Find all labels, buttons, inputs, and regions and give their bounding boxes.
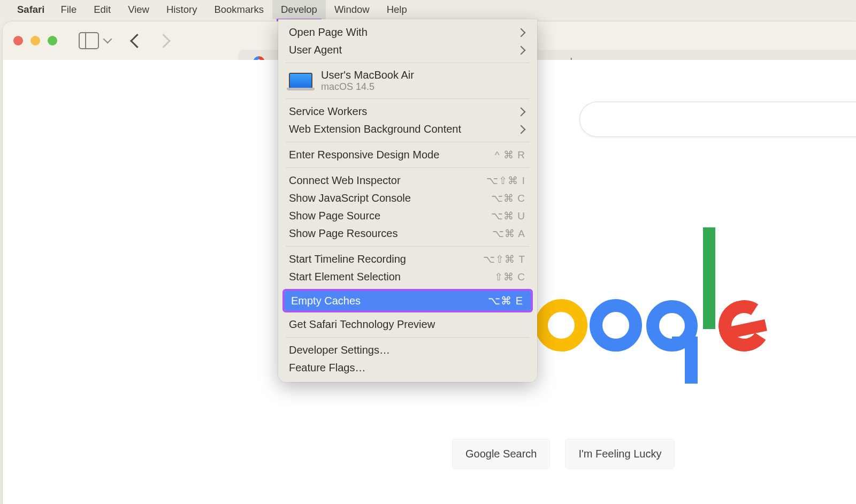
- chevron-right-icon: [517, 28, 526, 37]
- menubar-bookmarks[interactable]: Bookmarks: [205, 0, 272, 19]
- shortcut-text: ⌥⇧⌘ I: [486, 174, 525, 187]
- chevron-right-icon: [517, 45, 526, 55]
- shortcut-text: ⇧⌘ C: [494, 271, 525, 283]
- menu-web-extension-bg[interactable]: Web Extension Background Content: [278, 120, 537, 138]
- menubar-view[interactable]: View: [119, 0, 158, 19]
- menu-separator: [286, 246, 530, 247]
- im-feeling-lucky-button[interactable]: I'm Feeling Lucky: [565, 439, 675, 469]
- shortcut-text: ⌥⌘ A: [492, 227, 525, 240]
- menubar-help[interactable]: Help: [378, 0, 416, 19]
- shortcut-text: ⌥⇧⌘ T: [483, 253, 525, 265]
- fullscreen-window-button[interactable]: [48, 36, 57, 45]
- macbook-icon: [289, 73, 312, 89]
- chevron-right-icon: [517, 125, 526, 134]
- menubar-edit[interactable]: Edit: [85, 0, 119, 19]
- back-button[interactable]: [130, 34, 144, 48]
- menu-empty-caches-highlight: Empty Caches ⌥⌘ E: [282, 289, 533, 312]
- minimize-window-button[interactable]: [30, 36, 40, 45]
- sidebar-toggle-icon[interactable]: [79, 32, 99, 49]
- menubar-history[interactable]: History: [158, 0, 206, 19]
- google-search-button[interactable]: Google Search: [452, 439, 550, 469]
- google-search-input[interactable]: [579, 102, 856, 137]
- menu-service-workers[interactable]: Service Workers: [278, 103, 537, 120]
- menubar-develop[interactable]: Develop: [272, 0, 326, 19]
- google-logo-e: [714, 295, 775, 356]
- menu-separator: [286, 98, 530, 99]
- menu-show-page-resources[interactable]: Show Page Resources ⌥⌘ A: [278, 225, 537, 242]
- menu-user-agent[interactable]: User Agent: [278, 41, 537, 59]
- google-logo-l: [703, 227, 715, 329]
- device-name: User's MacBook Air: [321, 69, 414, 81]
- shortcut-text: ^ ⌘ R: [495, 149, 525, 161]
- macos-menubar: Safari File Edit View History Bookmarks …: [0, 0, 856, 19]
- google-logo-o1: [535, 299, 587, 352]
- menu-start-timeline-recording[interactable]: Start Timeline Recording ⌥⇧⌘ T: [278, 250, 537, 268]
- menu-separator: [286, 63, 530, 63]
- menu-separator: [286, 337, 530, 338]
- menu-separator: [286, 167, 530, 168]
- chevron-right-icon: [517, 107, 526, 116]
- menu-show-js-console[interactable]: Show JavaScript Console ⌥⌘ C: [278, 189, 537, 207]
- google-logo-g: [646, 300, 698, 352]
- shortcut-text: ⌥⌘ C: [491, 192, 525, 204]
- close-window-button[interactable]: [13, 36, 23, 45]
- develop-menu-dropdown: Open Page With User Agent User's MacBook…: [278, 19, 537, 382]
- menubar-window[interactable]: Window: [326, 0, 378, 19]
- menu-developer-settings[interactable]: Developer Settings…: [278, 341, 537, 359]
- tab-group-chevron-down-icon[interactable]: [103, 35, 112, 44]
- forward-button[interactable]: [156, 34, 171, 48]
- shortcut-text: ⌥⌘ U: [491, 210, 525, 222]
- menu-empty-caches[interactable]: Empty Caches ⌥⌘ E: [285, 291, 531, 310]
- google-logo: [535, 250, 770, 357]
- menu-responsive-design-mode[interactable]: Enter Responsive Design Mode ^ ⌘ R: [278, 146, 537, 164]
- menu-device-entry[interactable]: User's MacBook Air macOS 14.5: [278, 67, 537, 95]
- menu-start-element-selection[interactable]: Start Element Selection ⇧⌘ C: [278, 268, 537, 286]
- shortcut-text: ⌥⌘ E: [488, 294, 523, 307]
- google-logo-o2: [590, 299, 642, 352]
- menu-open-page-with[interactable]: Open Page With: [278, 24, 537, 41]
- window-controls: [13, 36, 57, 45]
- menu-show-page-source[interactable]: Show Page Source ⌥⌘ U: [278, 207, 537, 225]
- menu-connect-web-inspector[interactable]: Connect Web Inspector ⌥⇧⌘ I: [278, 172, 537, 189]
- menu-separator: [286, 142, 530, 142]
- device-os: macOS 14.5: [321, 81, 414, 93]
- menubar-file[interactable]: File: [52, 0, 85, 19]
- menu-feature-flags[interactable]: Feature Flags…: [278, 359, 537, 377]
- menubar-app-name[interactable]: Safari: [10, 4, 52, 16]
- menu-get-safari-tech-preview[interactable]: Get Safari Technology Preview: [278, 316, 537, 333]
